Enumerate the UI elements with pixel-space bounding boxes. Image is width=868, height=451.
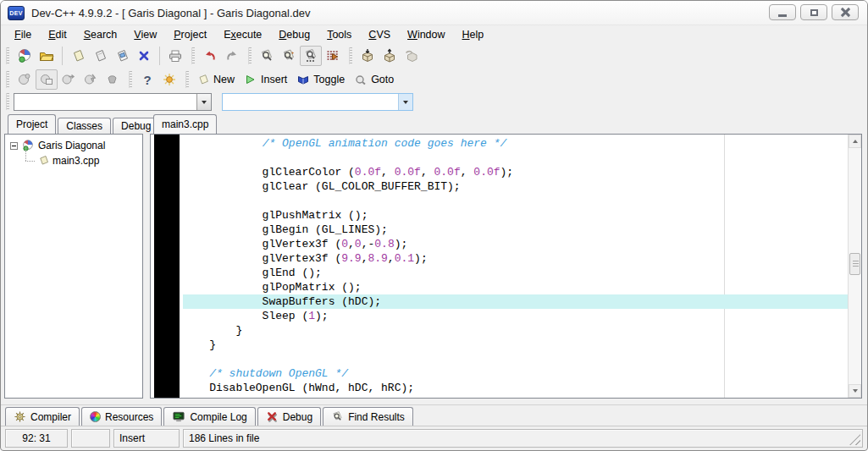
tab-debug-panel[interactable]: Debug [257, 407, 321, 426]
stop-icon[interactable] [102, 69, 124, 90]
code-line[interactable] [183, 352, 848, 366]
print-icon[interactable] [164, 46, 186, 66]
code-line[interactable]: } [183, 338, 848, 352]
code-line[interactable] [183, 194, 848, 208]
menu-item-file[interactable]: File [6, 26, 40, 43]
toolbar-grip[interactable] [6, 47, 9, 64]
menu-item-tools[interactable]: Tools [318, 26, 360, 43]
editor-gutter [154, 135, 180, 398]
code-line[interactable]: /* shutdown OpenGL */ [183, 366, 848, 381]
menu-item-window[interactable]: Window [399, 26, 453, 43]
debug-run-icon[interactable] [14, 69, 36, 90]
profile-icon[interactable] [158, 69, 180, 90]
code-line[interactable]: } [183, 323, 848, 338]
run-icon[interactable] [379, 46, 401, 66]
open-project-icon[interactable] [36, 46, 58, 66]
insert-button[interactable]: Insert [240, 69, 293, 90]
code-line-highlighted[interactable]: SwapBuffers (hDC); [183, 294, 848, 309]
code-line[interactable]: glClear (GL_COLOR_BUFFER_BIT); [183, 179, 848, 194]
tree-root-label: Garis Diagonal [38, 140, 105, 151]
main-toolbar [1, 44, 867, 68]
code-line[interactable]: glPushMatrix (); [183, 208, 848, 223]
menu-item-project[interactable]: Project [165, 26, 215, 43]
code-area[interactable]: /* OpenGL animation code goes here */ gl… [183, 135, 848, 398]
toolbar-grip[interactable] [185, 71, 189, 88]
menu-item-search[interactable]: Search [75, 26, 126, 43]
replace-icon[interactable] [300, 46, 322, 66]
toggle-bookmark-button[interactable]: Toggle [293, 69, 351, 90]
menu-item-cvs[interactable]: CVS [360, 26, 399, 43]
new-project-icon[interactable] [14, 46, 36, 66]
tab-resources-label: Resources [105, 411, 153, 423]
tab-compiler[interactable]: Compiler [5, 407, 80, 426]
scrollbar-thumb[interactable] [849, 253, 860, 275]
scroll-up-button[interactable] [849, 135, 861, 148]
code-editor[interactable]: /* OpenGL animation code goes here */ gl… [150, 134, 862, 399]
new-unit-button[interactable]: New [193, 69, 240, 90]
tree-collapse-icon[interactable] [10, 142, 18, 150]
help-icon[interactable]: ? [136, 69, 158, 90]
new-file-icon[interactable] [67, 46, 89, 66]
code-line[interactable]: glEnd (); [183, 266, 848, 280]
compiler-select[interactable] [14, 93, 212, 111]
class-browser-dropdown-button[interactable] [398, 94, 412, 110]
debug-window-icon[interactable] [36, 69, 58, 90]
status-modified-panel [71, 429, 110, 448]
debug-x-icon [266, 410, 279, 423]
code-line[interactable] [183, 151, 848, 165]
code-line[interactable]: glVertex3f (9.9,8.9,0.1); [183, 251, 848, 266]
close-button[interactable] [832, 4, 859, 20]
goto-line-icon[interactable] [322, 46, 344, 66]
step-over-icon[interactable] [58, 69, 80, 90]
code-line[interactable]: glClearColor (0.0f, 0.0f, 0.0f, 0.0f); [183, 165, 848, 179]
menu-item-edit[interactable]: Edit [40, 26, 75, 43]
tab-classes[interactable]: Classes [58, 118, 111, 134]
goto-bookmark-button[interactable]: Goto [351, 69, 400, 90]
restore-button[interactable] [800, 4, 827, 20]
code-line[interactable]: glBegin (GL_LINES); [183, 223, 848, 237]
editor-tab-main3cpp[interactable]: main3.cpp [153, 114, 217, 134]
toolbar-separator [62, 47, 63, 65]
save-all-icon[interactable] [111, 46, 133, 66]
menu-item-help[interactable]: Help [454, 26, 493, 43]
close-icon [841, 8, 850, 17]
editor-vertical-scrollbar[interactable] [848, 135, 861, 398]
code-line[interactable]: glVertex3f (0,0,-0.8); [183, 237, 848, 251]
code-line[interactable]: Sleep (1); [183, 309, 848, 323]
menu-item-view[interactable]: View [125, 26, 165, 43]
run-to-cursor-icon[interactable] [80, 69, 102, 90]
menu-item-execute[interactable]: Execute [215, 26, 270, 43]
code-line[interactable]: DisableOpenGL (hWnd, hDC, hRC); [183, 381, 848, 395]
compiler-select-dropdown-button[interactable] [196, 94, 211, 110]
toolbar-grip[interactable] [248, 47, 252, 64]
code-line[interactable]: /* OpenGL animation code goes here */ [183, 136, 848, 151]
insert-label: Insert [261, 74, 287, 85]
title-bar[interactable]: DEV Dev-C++ 4.9.9.2 - [ Garis Diagonal ]… [1, 1, 867, 25]
minimize-button[interactable] [769, 4, 796, 20]
toolbar-grip[interactable] [349, 47, 352, 64]
toolbar-grip[interactable] [6, 93, 9, 110]
tab-resources[interactable]: Resources [81, 407, 162, 426]
menu-item-debug[interactable]: Debug [270, 26, 318, 43]
compile-icon[interactable] [357, 46, 379, 66]
tree-item-main3cpp[interactable]: main3.cpp [25, 154, 142, 167]
class-browser-select[interactable] [222, 93, 413, 111]
resize-grip[interactable] [849, 434, 860, 445]
tab-find-results[interactable]: Find Results [323, 407, 413, 426]
tab-project[interactable]: Project [8, 114, 56, 134]
editor-tabs: main3.cpp [153, 114, 218, 135]
toolbar-grip[interactable] [6, 71, 9, 88]
find-next-icon[interactable] [278, 46, 300, 66]
find-icon[interactable] [256, 46, 278, 66]
toolbar-grip[interactable] [191, 47, 195, 64]
toolbar-grip[interactable] [129, 71, 132, 88]
close-file-icon[interactable] [133, 46, 155, 66]
undo-icon[interactable] [199, 46, 221, 66]
rebuild-icon[interactable] [401, 46, 423, 66]
triangle-down-icon [853, 389, 858, 395]
redo-icon[interactable] [221, 46, 243, 66]
tab-compile-log[interactable]: Compile Log [163, 407, 255, 426]
scroll-down-button[interactable] [849, 384, 861, 398]
code-line[interactable]: glPopMatrix (); [183, 280, 848, 294]
save-icon[interactable] [89, 46, 111, 66]
